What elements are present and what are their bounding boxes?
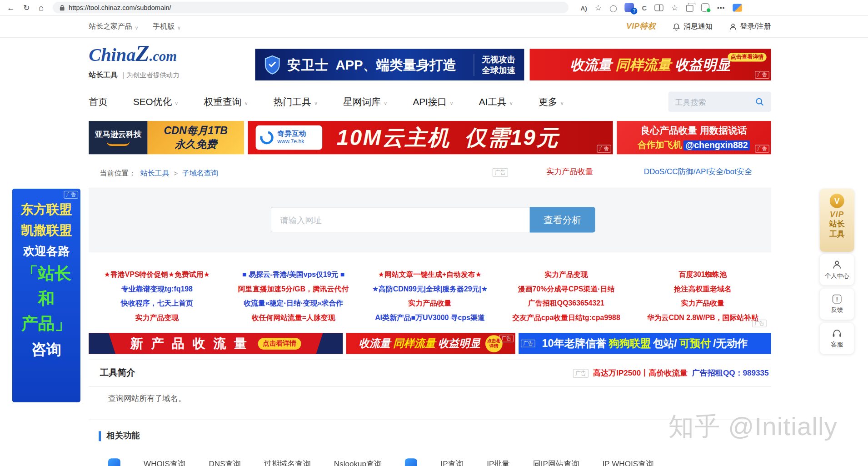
favorite-star-icon[interactable] (595, 4, 602, 11)
collections-icon[interactable] (686, 5, 693, 12)
text-ad-link[interactable]: 广告招租QQ363654321 (528, 299, 604, 309)
new-product-banner-ad[interactable]: 新 产 品 收 流 量 点击看详情 广告 (89, 333, 343, 354)
related-link[interactable]: IP WHOIS查询 (603, 460, 654, 466)
breadcrumb: 当前位置： 站长工具 > 子域名查询 广告 实力产品收量 DDoS/CC防御/A… (89, 164, 771, 181)
extension-icon[interactable]: 7 (625, 3, 634, 12)
favorites-bar-icon[interactable] (671, 4, 678, 11)
text-ad-link[interactable]: ★高防CDN99元|全球|服务器29元|★ (372, 284, 488, 294)
text-ad-link[interactable]: 实力产品变现 (545, 270, 588, 280)
products-menu[interactable]: 站长之家产品 (89, 22, 138, 32)
login-register-link[interactable]: 登录/注册 (729, 22, 771, 32)
feedback-button[interactable]: 反馈 (820, 289, 854, 320)
text-ad-link[interactable]: 百度301蜘蛛池 (678, 270, 727, 280)
gougou-alliance-banner-ad[interactable]: 广告 10年老牌信誉 狗狗联盟 包站/ 可预付 /无动作 (519, 333, 771, 354)
mobile-version-menu[interactable]: 手机版 (153, 22, 181, 32)
left-vertical-ad[interactable]: 广告 东方联盟 凯撒联盟 欢迎各路 「站长 和 产品」 咨询 (12, 189, 80, 402)
tool-search-input[interactable] (675, 97, 755, 106)
text-ads-column: ★网站文章一键生成+自动发布★ ★高防CDN99元|全球|服务器29元|★ 实力… (362, 261, 498, 330)
related-link[interactable]: 过期域名查询 (264, 460, 311, 466)
back-icon[interactable] (7, 4, 15, 11)
related-functions-header: 相关功能 (99, 431, 140, 441)
text-ad-link[interactable]: 华为云CDN 2.8W/PB，国际站补贴 (647, 313, 758, 323)
refresh-icon[interactable] (23, 4, 30, 11)
related-links-row: WHOIS查询 DNS查询 过期域名查询 Nslookup查询 IP查询 IP批… (108, 458, 653, 466)
more-menu-icon[interactable] (717, 4, 725, 11)
header-banner-traffic-ad[interactable]: 收流量 同样流量 收益明显 点击查看详情 广告 (530, 49, 771, 80)
related-link[interactable]: 同IP网站查询 (533, 460, 579, 466)
text-ad-link[interactable]: 阿里直播加速5分/GB，腾讯云代付 (238, 284, 349, 294)
breadcrumb-current-link[interactable]: 子域名查询 (182, 168, 218, 178)
home-icon[interactable] (39, 3, 44, 11)
text-ad-link[interactable]: 抢注高权重老域名 (674, 284, 732, 294)
traffic-stats-banner-ad[interactable]: 良心产品收量 用数据说话 合作加飞机 @chengxin882 广告 (617, 121, 771, 154)
text-ad-link[interactable]: 专业靠谱变现tg:fq198 (121, 284, 193, 294)
text-ad-link[interactable]: 实力产品变现 (135, 313, 179, 323)
aws-cdn-banner-ad[interactable]: 亚马逊云科技 CDN每月1TB 永久免费 (89, 121, 244, 154)
text-ad-link[interactable]: ★香港VPS特价促销★免费试用★ (104, 270, 210, 280)
domain-search-box: 查看分析 (271, 207, 595, 232)
sidebar-icon[interactable] (733, 4, 742, 11)
ad-tag: 广告 (752, 320, 767, 327)
inline-ad-blue[interactable]: 广告招租QQ：989335 (692, 368, 769, 378)
browser-essentials-icon[interactable] (609, 4, 617, 11)
text-ad-link[interactable]: 收任何网站流量=人脉变现 (252, 313, 335, 323)
analyze-button[interactable]: 查看分析 (530, 207, 595, 232)
user-icon (832, 260, 842, 270)
breadcrumb-home-link[interactable]: 站长工具 (140, 168, 169, 178)
site-utility-bar: 站长之家产品 手机版 VIP特权 消息通知 登录/注册 (0, 15, 868, 38)
text-ad-link[interactable]: 收流量«稳定·日结·变现»求合作 (244, 299, 343, 309)
nav-item-more[interactable]: 更多 (539, 95, 564, 108)
nav-item-api[interactable]: API接口 (413, 95, 453, 108)
nav-item-lexicon[interactable]: 星网词库 (343, 95, 387, 108)
utility-right: VIP特权 消息通知 登录/注册 (626, 15, 771, 38)
browser-tools-icon[interactable] (701, 3, 709, 11)
nav-item-home[interactable]: 首页 (89, 95, 107, 108)
chevron-down-icon (135, 22, 139, 30)
banner-brand: 安卫士 (287, 56, 329, 74)
related-link[interactable]: Nslookup查询 (334, 460, 382, 466)
extension-c-icon[interactable] (642, 4, 647, 11)
text-ad-link[interactable]: ■ 易探云-香港/美国vps仅19元 ■ (242, 270, 344, 280)
related-link[interactable]: WHOIS查询 (144, 460, 185, 466)
split-screen-icon[interactable] (654, 4, 663, 11)
security-text-ad[interactable]: DDoS/CC防御/API安全/bot安全 (644, 167, 752, 177)
related-link[interactable]: DNS查询 (209, 460, 240, 466)
vip-tools-badge[interactable]: VIP 站长 工具 (820, 189, 854, 252)
customer-service-label: 客服 (831, 340, 843, 348)
text-ad-link[interactable]: 快收程序，七天上首页 (121, 299, 193, 309)
domain-input[interactable] (271, 207, 530, 232)
chevron-down-icon (384, 96, 387, 107)
text-ad-link[interactable]: 实力产品收量 (681, 299, 724, 309)
read-aloud-icon[interactable] (581, 4, 587, 11)
notifications-label: 消息通知 (683, 22, 712, 32)
search-icon[interactable] (755, 97, 764, 107)
nav-item-weight[interactable]: 权重查询 (204, 95, 248, 108)
inline-text-ad[interactable]: 实力产品收量 (546, 167, 593, 177)
nav-item-ai[interactable]: AI工具 (479, 95, 513, 108)
text-ad-link[interactable]: 漫画70%分成寻CPS渠道·日结 (518, 284, 614, 294)
banner-main-text: 10M云主机 (337, 123, 450, 153)
ad-tag: 广告 (755, 71, 769, 79)
address-bar[interactable]: https://tool.chinaz.com/subdomain/ (53, 2, 569, 14)
nav-item-hot-tools[interactable]: 热门工具 (274, 95, 318, 108)
text-ad-link[interactable]: AI类新产品■万UV3000 寻cps渠道 (375, 313, 484, 323)
inline-ad-red[interactable]: 高达万IP2500丨高价收流量 (593, 368, 688, 378)
cloud-host-banner-ad[interactable]: 奇异互动 www.7e.hk 10M云主机 仅需19元 广告 (248, 121, 613, 154)
text-ad-link[interactable]: 交友产品cpa收量日结tg:cpa9988 (513, 313, 620, 323)
chinaz-logo[interactable]: ChinaZ.com 站长工具｜为创业者提供动力 (89, 42, 180, 80)
related-link[interactable]: IP批量 (487, 460, 509, 466)
tool-description: 查询网站所有子域名。 (108, 394, 186, 404)
notifications-link[interactable]: 消息通知 (673, 22, 713, 32)
aws-brand: 亚马逊云科技 (89, 121, 147, 154)
traffic-income-banner-ad[interactable]: 收流量 同样流量 收益明显 点击看详情 广告 (346, 333, 515, 354)
header-banner-shield-ad[interactable]: 安卫士 APP、端类量身打造 无视攻击 全球加速 (255, 49, 524, 80)
customer-service-button[interactable]: 客服 (820, 323, 854, 354)
related-link[interactable]: IP查询 (441, 460, 464, 466)
nav-item-seo[interactable]: SEO优化 (133, 95, 178, 108)
user-center-button[interactable]: 个人中心 (820, 254, 854, 285)
ad-tag: 广告 (499, 335, 514, 342)
text-ad-link[interactable]: ★网站文章一键生成+自动发布★ (378, 270, 482, 280)
main-nav: 首页 SEO优化 权重查询 热门工具 星网词库 API接口 AI工具 更多 (0, 86, 868, 118)
text-ad-link[interactable]: 实力产品收量 (408, 299, 451, 309)
vip-privilege-link[interactable]: VIP特权 (626, 22, 656, 32)
